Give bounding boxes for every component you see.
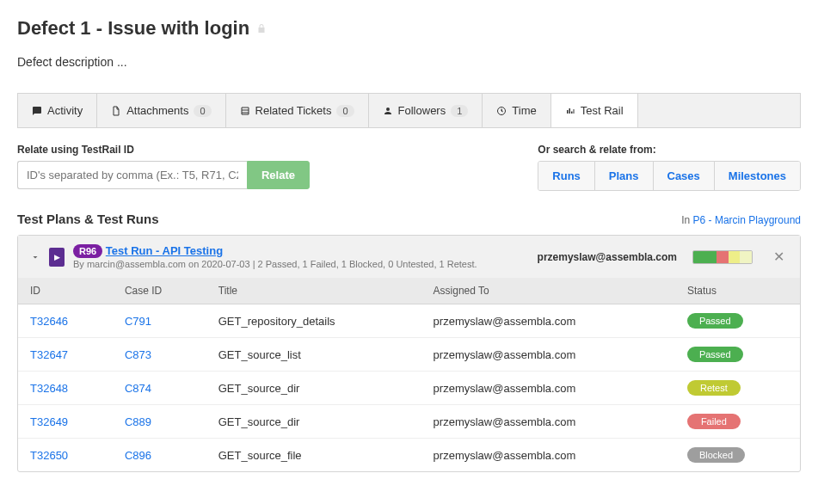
search-relate-label: Or search & relate from: — [538, 144, 801, 156]
test-run-container: R96 Test Run - API Testing By marcin@ass… — [17, 235, 801, 472]
file-icon — [111, 106, 121, 116]
tab-badge: 1 — [451, 105, 468, 117]
table-row: T32650 C896 GET_source_file przemyslaw@a… — [18, 439, 800, 472]
status-pill: Failed — [687, 414, 741, 429]
status-segment — [693, 251, 717, 263]
relate-label: Relate using TestRail ID — [17, 144, 310, 156]
search-milestones-button[interactable]: Milestones — [715, 162, 800, 190]
status-segment — [729, 251, 741, 263]
case-id-link[interactable]: C873 — [125, 348, 151, 361]
run-assignee: przemyslaw@assembla.com — [538, 251, 677, 263]
relate-row: Relate using TestRail ID Relate Or searc… — [17, 144, 801, 191]
status-segment — [740, 251, 752, 263]
tab-label: Attachments — [126, 104, 188, 117]
col-id: ID — [18, 278, 113, 304]
status-pill: Passed — [687, 313, 743, 329]
assigned-to: przemyslaw@assembla.com — [421, 405, 675, 439]
list-icon — [240, 106, 250, 116]
search-cases-button[interactable]: Cases — [654, 162, 715, 190]
status-bar — [692, 250, 753, 264]
col-case-id: Case ID — [113, 278, 206, 304]
in-prefix: In — [681, 214, 692, 226]
test-id-link[interactable]: T32650 — [30, 449, 68, 462]
tab-label: Test Rail — [581, 104, 624, 117]
assigned-to: przemyslaw@assembla.com — [421, 372, 675, 405]
col-status: Status — [675, 278, 800, 304]
tab-related-tickets[interactable]: Related Tickets0 — [226, 94, 369, 127]
test-title: GET_repository_details — [206, 304, 421, 338]
test-title: GET_source_dir — [206, 405, 421, 439]
comment-icon — [32, 106, 42, 116]
chevron-down-icon[interactable] — [30, 252, 40, 262]
table-row: T32649 C889 GET_source_dir przemyslaw@as… — [18, 405, 800, 439]
tab-label: Followers — [398, 104, 446, 117]
case-id-link[interactable]: C889 — [125, 415, 151, 428]
test-run-header: R96 Test Run - API Testing By marcin@ass… — [18, 236, 800, 278]
col-title: Title — [206, 278, 421, 304]
run-badge: R96 — [73, 244, 102, 258]
clipboard-icon — [49, 248, 65, 267]
tab-badge: 0 — [336, 105, 354, 117]
run-meta: By marcin@assembla.com on 2020-07-03 | 2… — [73, 259, 529, 269]
tab-attachments[interactable]: Attachments0 — [97, 94, 225, 127]
status-segment — [717, 251, 729, 263]
page-title-text: Defect 1 - Issue with login — [17, 17, 249, 40]
section-subtitle: In P6 - Marcin Playground — [681, 214, 801, 226]
tab-label: Activity — [47, 104, 83, 117]
section-title: Test Plans & Test Runs — [17, 212, 158, 226]
table-row: T32646 C791 GET_repository_details przem… — [18, 304, 800, 338]
assigned-to: przemyslaw@assembla.com — [421, 439, 675, 472]
relate-button[interactable]: Relate — [247, 161, 310, 189]
user-icon — [383, 106, 393, 116]
case-id-link[interactable]: C791 — [125, 315, 151, 328]
table-row: T32648 C874 GET_source_dir przemyslaw@as… — [18, 372, 800, 405]
page-title: Defect 1 - Issue with login — [17, 17, 801, 40]
tabs-bar: ActivityAttachments0Related Tickets0Foll… — [17, 93, 801, 128]
case-id-link[interactable]: C874 — [125, 382, 151, 395]
test-id-link[interactable]: T32646 — [30, 315, 68, 328]
assigned-to: przemyslaw@assembla.com — [421, 338, 675, 372]
run-title-link[interactable]: Test Run - API Testing — [106, 244, 223, 257]
bars-icon — [565, 106, 575, 116]
plan-link[interactable]: P6 - Marcin Playground — [693, 214, 801, 226]
test-title: GET_source_dir — [206, 372, 421, 405]
tab-time[interactable]: Time — [483, 94, 550, 127]
status-pill: Blocked — [687, 447, 745, 463]
test-title: GET_source_list — [206, 338, 421, 372]
tests-table: IDCase IDTitleAssigned ToStatus T32646 C… — [18, 278, 800, 471]
case-id-link[interactable]: C896 — [125, 449, 151, 462]
assigned-to: przemyslaw@assembla.com — [421, 304, 675, 338]
table-row: T32647 C873 GET_source_list przemyslaw@a… — [18, 338, 800, 372]
search-runs-button[interactable]: Runs — [538, 162, 595, 190]
clock-icon — [496, 106, 507, 116]
col-assigned-to: Assigned To — [421, 278, 675, 304]
tab-label: Related Tickets — [255, 104, 332, 117]
tab-label: Time — [512, 104, 536, 117]
defect-description: Defect description ... — [17, 55, 801, 69]
tab-activity[interactable]: Activity — [18, 94, 97, 127]
search-plans-button[interactable]: Plans — [595, 162, 654, 190]
close-icon[interactable]: ✕ — [770, 249, 788, 265]
lock-icon — [256, 22, 267, 34]
tab-badge: 0 — [194, 105, 211, 117]
tab-followers[interactable]: Followers1 — [369, 94, 483, 127]
test-title: GET_source_file — [206, 439, 421, 472]
search-relate-buttons: RunsPlansCasesMilestones — [538, 161, 801, 191]
test-id-link[interactable]: T32648 — [30, 382, 68, 395]
test-id-link[interactable]: T32647 — [30, 348, 68, 361]
status-pill: Retest — [687, 380, 741, 396]
tab-test-rail[interactable]: Test Rail — [551, 94, 638, 127]
relate-id-input[interactable] — [17, 161, 247, 189]
status-pill: Passed — [687, 347, 743, 362]
test-id-link[interactable]: T32649 — [30, 415, 68, 428]
